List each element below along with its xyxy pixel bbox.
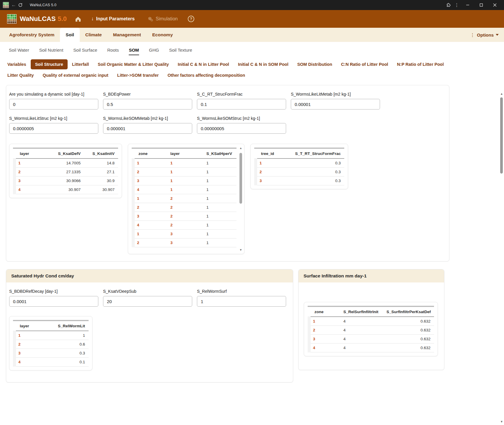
field-relwormsurf: S_RelWormSurf [197, 289, 286, 307]
table-header-row: layer S_RelWormLit [14, 321, 89, 331]
scrollbar-thumb[interactable] [500, 97, 503, 174]
table-scrollbar[interactable]: ▲ ▼ [239, 146, 243, 251]
table-row: 321 [133, 212, 236, 221]
chip-variables[interactable]: Variables [3, 59, 31, 69]
extensions-icon[interactable] [444, 1, 453, 9]
chip-litterfall[interactable]: Litterfall [68, 59, 93, 69]
table-row: 40.1 [14, 358, 89, 367]
scroll-down-icon[interactable]: ▼ [500, 420, 503, 423]
chip-som-litter-quality[interactable]: Soil Organic Matter & Litter Quality [93, 59, 173, 69]
table-header-row: zone layer S_KSatHperV [133, 149, 236, 158]
tab-management[interactable]: Management [107, 28, 147, 42]
wormslikelitmetab-input[interactable] [291, 99, 380, 109]
chip-litter-som-transfer[interactable]: Litter->SOM transfer [113, 70, 163, 80]
table-row: 340.632 [309, 335, 434, 344]
scroll-up-icon[interactable]: ▲ [500, 92, 503, 95]
field-label: S_WormsLikeSOMMetab [m2 kg-1] [103, 116, 192, 121]
help-icon[interactable]: ? [188, 16, 194, 22]
field-bdbdrefdecay: S_BDBDRefDecay [day-1] [9, 289, 98, 307]
download-arrow-icon: ↓ [91, 16, 94, 22]
tab-economy[interactable]: Economy [147, 28, 179, 42]
back-icon[interactable]: ← [11, 2, 16, 8]
chip-initial-cn-litter[interactable]: Initial C & N in Litter Pool [173, 59, 234, 69]
tab-climate[interactable]: Climate [80, 28, 107, 42]
table-header-row: tree_id S_T_RT_StrucFormFrac [256, 149, 344, 158]
wormslikelitstruc-input[interactable] [9, 123, 98, 134]
subtab-soil-surface[interactable]: Soil Surface [73, 48, 97, 53]
bdbdrefdecay-input[interactable] [9, 296, 98, 307]
chip-other-factors[interactable]: Other factors affecting decomposition [163, 70, 249, 80]
browser-menu-icon[interactable]: ⋮ [453, 1, 461, 9]
scroll-up-icon[interactable]: ▲ [239, 146, 243, 150]
som-section-tabs: Variables Soil Structure Litterfall Soil… [0, 57, 504, 80]
home-button[interactable] [75, 16, 81, 22]
chip-som-distribution[interactable]: SOM Distribution [293, 59, 337, 69]
relwormsurf-input[interactable] [197, 296, 286, 307]
relwormlit-table-card: layer S_RelWormLit 11 20.6 30.3 40.1 [9, 316, 92, 370]
subtab-ghg[interactable]: GHG [149, 48, 159, 53]
table-row: 20.3 [256, 168, 344, 176]
tab-agroforestry-system[interactable]: Agroforestry System [4, 28, 60, 42]
surface-infiltration-table: zone S_RelSurfInfiltrInit S_SurfInfiltrP… [308, 307, 434, 352]
options-button[interactable]: ⋮ Options [470, 28, 499, 42]
chip-soil-structure[interactable]: Soil Structure [31, 59, 68, 69]
nav-input-parameters[interactable]: ↓ Input Parameters [91, 16, 135, 22]
bdeqpower-input[interactable] [103, 99, 192, 109]
subtab-soil-water[interactable]: Soil Water [9, 48, 29, 53]
chevron-down-icon [496, 34, 499, 36]
wormslikesommetab-input[interactable] [103, 123, 192, 134]
close-button[interactable] [488, 0, 502, 10]
wormslikesomstruc-input[interactable] [197, 123, 286, 134]
browser-titlebar: ← WaNuLCAS 5.0 ⋮ [0, 0, 504, 10]
table-row: 311 [133, 176, 236, 185]
table-row: 30.3 [256, 176, 344, 185]
tree-table-card: tree_id S_T_RT_StrucFormFrac 10.3 20.3 3… [250, 144, 348, 189]
brand-version: 5.0 [58, 15, 67, 23]
chip-initial-cn-som[interactable]: Initial C & N in SOM Pool [234, 59, 293, 69]
scrollbar-thumb[interactable] [239, 153, 242, 204]
saturated-hydr-cond-panel: Saturated Hydr Cond cm/day S_BDBDRefDeca… [6, 269, 293, 382]
zone-layer-table-card: zone layer S_KSatHperV 111 211 311 411 1… [128, 144, 244, 254]
ksat-table: layer S_KsatDefV S_KsatInitV 114.700514.… [13, 149, 118, 194]
reload-icon[interactable] [16, 1, 25, 9]
subtab-som[interactable]: SOM [129, 48, 139, 53]
chip-litter-quality[interactable]: Litter Quality [3, 70, 38, 80]
field-label: S_BDEqPower [103, 92, 192, 97]
subtab-soil-texture[interactable]: Soil Texture [169, 48, 192, 53]
panel-title: Surface Infiltration mm day-1 [299, 269, 444, 282]
primary-tabbar: Agroforestry System Soil Climate Managem… [0, 28, 504, 42]
table-row: 221 [133, 203, 236, 212]
c-rt-strucformfrac-input[interactable] [197, 99, 286, 109]
ksatvdeepsub-input[interactable] [103, 296, 192, 307]
tab-soil[interactable]: Soil [60, 28, 79, 42]
table-row: 114.700514.8 [14, 158, 118, 168]
subtab-soil-nutrient[interactable]: Soil Nutrient [39, 48, 63, 53]
scroll-down-icon[interactable]: ▼ [239, 248, 243, 251]
field-label: S_WormsLikeLitStruc [m2 kg-1] [9, 116, 98, 121]
relwormlit-table: layer S_RelWormLit 11 20.6 30.3 40.1 [13, 321, 89, 367]
home-icon [75, 16, 81, 22]
chip-cn-ratio-litter[interactable]: C:N Ratio of Litter Pool [337, 59, 393, 69]
ksat-table-card: layer S_KsatDefV S_KsatInitV 114.700514.… [9, 144, 122, 198]
subtab-roots[interactable]: Roots [107, 48, 119, 53]
chip-external-organic-input[interactable]: Quality of external organic input [38, 70, 112, 80]
chip-np-ratio-litter[interactable]: N:P Ratio of Litter Pool [393, 59, 448, 69]
field-label: S_C_RT_StrucFormFrac [197, 92, 286, 97]
table-row: 121 [133, 194, 236, 203]
field-bdeqpower: S_BDEqPower [103, 92, 192, 109]
minimize-button[interactable] [461, 0, 474, 10]
maximize-button[interactable] [474, 0, 488, 10]
nav-simulation[interactable]: Simulation [148, 16, 178, 22]
table-row: 411 [133, 185, 236, 194]
table-row: 240.632 [309, 326, 434, 335]
page-scrollbar[interactable]: ▲ ▼ [500, 92, 503, 423]
table-row: 231 [133, 238, 236, 247]
app-favicon [3, 2, 9, 8]
table-row: 140.632 [309, 317, 434, 326]
dynamic-soil-input[interactable] [9, 99, 98, 109]
table-row: 440.632 [309, 344, 434, 352]
window-title: WaNuLCAS 5.0 [30, 3, 56, 7]
field-dynamic-soil: Are you simulating a dynamic soil [day-1… [9, 92, 98, 109]
zone-layer-table: zone layer S_KSatHperV 111 211 311 411 1… [132, 149, 236, 247]
soil-structure-form: Are you simulating a dynamic soil [day-1… [6, 85, 449, 261]
